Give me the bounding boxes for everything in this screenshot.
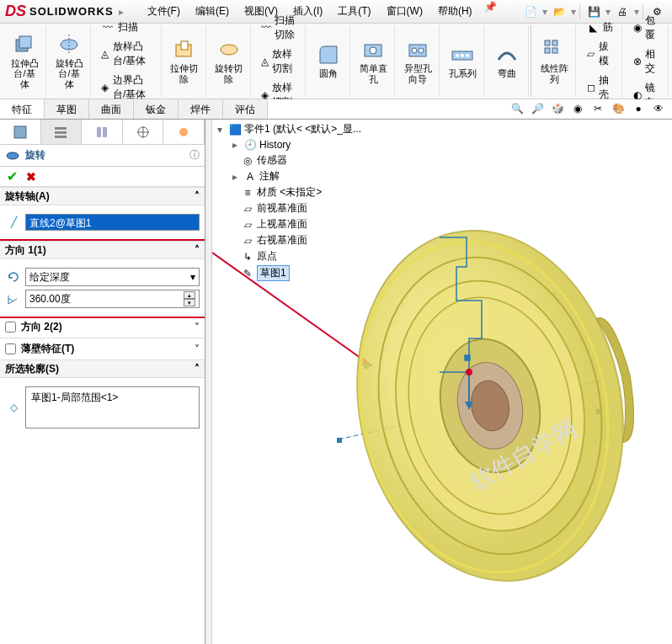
simple-hole-button[interactable]: 简单直孔: [357, 35, 389, 87]
loft-cut-button[interactable]: ◬放样切割: [258, 45, 301, 77]
hide-show-icon[interactable]: 👁: [650, 101, 667, 116]
revolve-boss-button[interactable]: 旋转凸台/基体: [53, 29, 85, 92]
svg-rect-22: [55, 131, 67, 134]
spin-down-button[interactable]: ▾: [184, 299, 195, 306]
svg-point-11: [419, 48, 424, 53]
chevron-icon: ˅: [195, 322, 200, 333]
axis-icon: ╱: [5, 214, 22, 231]
contour-icon: ◇: [5, 399, 22, 416]
zoom-fit-icon[interactable]: 🔍: [509, 101, 525, 116]
end-condition-combo[interactable]: 给定深度 ▾: [25, 268, 200, 286]
cancel-button[interactable]: ✖: [26, 170, 36, 184]
section-axis[interactable]: 旋转轴(A) ˄: [0, 187, 205, 205]
section-thin[interactable]: 薄壁特征(T) ˅: [0, 338, 205, 359]
open-button[interactable]: 📂: [549, 3, 569, 20]
menu-help[interactable]: 帮助(H): [431, 1, 479, 22]
pm-tab-property[interactable]: [41, 120, 83, 144]
draft-icon: ▱: [586, 47, 595, 61]
pm-tab-dimxpert[interactable]: [123, 120, 164, 144]
loft-button[interactable]: ◬放样凸台/基体: [98, 38, 156, 70]
pm-tabs: [0, 120, 205, 145]
reverse-direction-icon[interactable]: [5, 269, 22, 285]
bend-button[interactable]: 弯曲: [491, 40, 523, 82]
ok-button[interactable]: ✔: [7, 168, 18, 184]
menu-window[interactable]: 窗口(W): [380, 1, 429, 22]
list-item[interactable]: 草图1-局部范围<1>: [28, 389, 197, 407]
appearance-icon[interactable]: ●: [630, 101, 647, 116]
svg-rect-23: [55, 136, 67, 138]
zoom-area-icon[interactable]: 🔎: [529, 101, 546, 116]
contours-listbox[interactable]: 草图1-局部范围<1>: [25, 386, 200, 428]
sweep-button[interactable]: 〰扫描: [98, 19, 156, 36]
help-icon[interactable]: ⓘ: [189, 148, 200, 162]
pin-icon[interactable]: 📌: [484, 1, 497, 22]
angle-input[interactable]: 360.00度 ▴ ▾: [25, 290, 200, 308]
extrude-cut-button[interactable]: 拉伸切除: [168, 35, 200, 87]
pm-title-bar: 旋转 ⓘ: [0, 145, 205, 167]
loft-cut-icon: ◬: [261, 55, 269, 68]
linear-pattern-button[interactable]: 线性阵列: [538, 35, 570, 87]
chevron-up-icon: ˄: [195, 244, 200, 256]
ribbon: 拉伸凸台/基体 旋转凸台/基体 〰扫描 ◬放样凸台/基体 ◈边界凸台/基体 拉伸…: [0, 24, 672, 99]
splitter[interactable]: [205, 120, 212, 644]
svg-point-14: [461, 54, 464, 57]
view-tools: 🔍 🔎 🎲 ◉ ✂ 🎨 ● 👁: [509, 101, 667, 116]
hole-icon: [361, 38, 385, 61]
chevron-up-icon: ˄: [195, 190, 200, 202]
pm-tab-feature[interactable]: [0, 120, 41, 144]
intersect-button[interactable]: ⊗相交: [629, 45, 663, 77]
axis-selection-box[interactable]: 直线2@草图1: [25, 214, 200, 231]
sweep-icon: 〰: [101, 21, 115, 35]
svg-point-13: [456, 54, 459, 57]
svg-point-15: [466, 54, 469, 57]
tab-weldment[interactable]: 焊件: [179, 99, 223, 119]
angle-icon: [5, 290, 22, 307]
svg-point-29: [179, 128, 188, 136]
menu-dropdown-icon[interactable]: ▸: [119, 6, 124, 18]
menu-tools[interactable]: 工具(T): [331, 1, 377, 22]
hole-wizard-icon: [406, 38, 429, 61]
sweep-cut-button[interactable]: 〰扫描切除: [258, 12, 301, 44]
thin-checkbox[interactable]: [5, 343, 16, 354]
section-direction2[interactable]: 方向 2(2) ˅: [0, 317, 205, 338]
tab-surface[interactable]: 曲面: [89, 99, 134, 119]
fillet-button[interactable]: 圆角: [312, 40, 344, 82]
app-logo: DS SOLIDWORKS: [5, 3, 114, 20]
pm-tab-display[interactable]: [163, 120, 205, 144]
svg-point-8: [370, 47, 376, 54]
svg-rect-1: [19, 36, 31, 48]
svg-rect-17: [552, 40, 557, 45]
pm-title: 旋转: [25, 148, 45, 162]
save-button[interactable]: 💾: [584, 3, 604, 20]
tab-feature[interactable]: 特征: [0, 99, 45, 119]
spin-up-button[interactable]: ▴: [184, 291, 195, 299]
tab-sheetmetal[interactable]: 钣金: [134, 99, 179, 119]
hole-series-icon: [451, 43, 474, 67]
draft-button[interactable]: ▱拔模: [583, 38, 616, 70]
wrap-button[interactable]: ◉包覆: [629, 12, 663, 44]
extrude-boss-button[interactable]: 拉伸凸台/基体: [8, 29, 40, 92]
section-direction1[interactable]: 方向 1(1) ˄: [0, 241, 205, 259]
model-preview: [212, 120, 672, 644]
pm-tab-config[interactable]: [82, 120, 123, 144]
menu-edit[interactable]: 编辑(E): [189, 1, 236, 22]
rib-button[interactable]: ◣筋: [583, 19, 616, 36]
hole-series-button[interactable]: 孔系列: [446, 40, 478, 82]
view-orientation-icon[interactable]: 🎲: [549, 101, 566, 116]
scene-icon[interactable]: 🎨: [610, 101, 627, 116]
display-style-icon[interactable]: ◉: [569, 101, 586, 116]
direction2-checkbox[interactable]: [5, 322, 16, 333]
section-view-icon[interactable]: ✂: [589, 101, 606, 116]
svg-rect-19: [552, 48, 557, 53]
highlight-box-axis: 旋转轴(A) ˄ ╱ 直线2@草图1: [0, 187, 205, 241]
revolve-icon: [5, 148, 20, 163]
new-button[interactable]: 📄: [520, 3, 541, 20]
tab-evaluate[interactable]: 评估: [223, 99, 268, 119]
hole-wizard-button[interactable]: 异型孔向导: [402, 35, 434, 87]
highlight-box-direction: 方向 1(1) ˄ 给定深度 ▾ 360.00度: [0, 239, 205, 318]
svg-rect-16: [545, 40, 550, 45]
revolve-cut-button[interactable]: 旋转切除: [213, 35, 245, 87]
section-contours[interactable]: 所选轮廓(S) ˄: [0, 359, 205, 378]
tab-sketch[interactable]: 草图: [45, 99, 89, 119]
graphics-area[interactable]: ▾🟦零件1 (默认< <默认>_显... ▸🕘History ◎传感器 ▸A注解…: [212, 120, 672, 644]
